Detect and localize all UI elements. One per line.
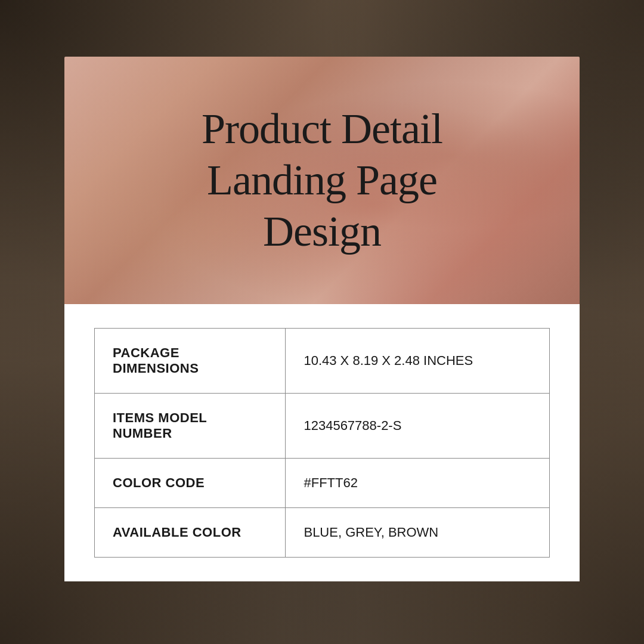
- table-label-1: ITEMS MODEL NUMBER: [95, 394, 286, 459]
- table-label-0: PACKAGE DIMENSIONS: [95, 329, 286, 394]
- product-details-table: PACKAGE DIMENSIONS10.43 X 8.19 X 2.48 IN…: [94, 328, 550, 558]
- table-row: COLOR CODE#FFTT62: [95, 459, 550, 508]
- table-row: AVAILABLE COLORBLUE, GREY, BROWN: [95, 508, 550, 558]
- table-label-3: AVAILABLE COLOR: [95, 508, 286, 558]
- hero-line-1: Product Detail: [202, 105, 442, 153]
- table-row: ITEMS MODEL NUMBER1234567788-2-S: [95, 394, 550, 459]
- details-section: PACKAGE DIMENSIONS10.43 X 8.19 X 2.48 IN…: [64, 304, 580, 581]
- table-label-2: COLOR CODE: [95, 459, 286, 508]
- table-row: PACKAGE DIMENSIONS10.43 X 8.19 X 2.48 IN…: [95, 329, 550, 394]
- table-value-2: #FFTT62: [286, 459, 550, 508]
- hero-title-container: Product Detail Landing Page Design: [90, 103, 554, 258]
- table-value-1: 1234567788-2-S: [286, 394, 550, 459]
- hero-line-2: Landing Page: [207, 156, 437, 204]
- table-value-0: 10.43 X 8.19 X 2.48 INCHES: [286, 329, 550, 394]
- hero-heading: Product Detail Landing Page Design: [90, 103, 554, 258]
- hero-line-3: Design: [263, 208, 381, 256]
- main-card: Product Detail Landing Page Design PACKA…: [64, 57, 580, 581]
- hero-section: Product Detail Landing Page Design: [64, 57, 580, 304]
- table-value-3: BLUE, GREY, BROWN: [286, 508, 550, 558]
